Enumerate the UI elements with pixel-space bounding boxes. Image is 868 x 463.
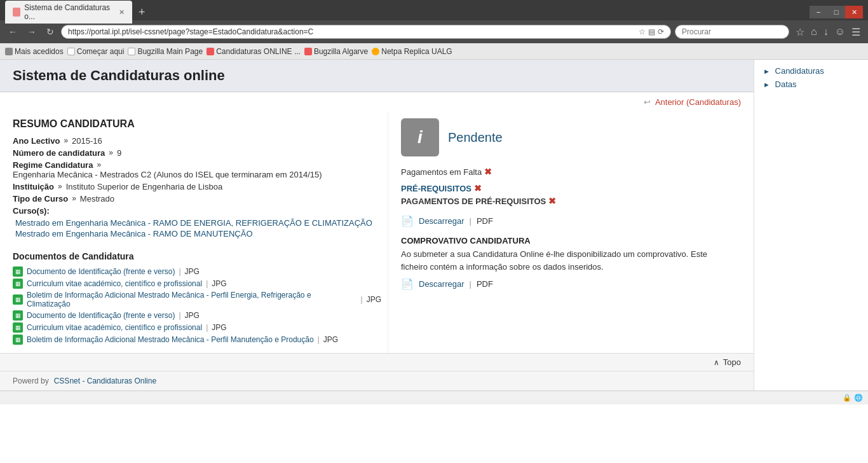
pdf-label-2: PDF (477, 279, 493, 289)
numero-row: Número de candidatura » 9 (13, 148, 381, 158)
menu-icon[interactable]: ☰ (849, 25, 863, 39)
cursos-label: Curso(s): (13, 206, 50, 216)
browser-status-bar: 🔒 🌐 (0, 390, 868, 404)
bk-label-3: Bugzilla Main Page (137, 47, 203, 56)
status-icon-char: i (417, 127, 423, 148)
course-link-1[interactable]: Mestrado em Engenharia Mecânica - RAMO D… (15, 218, 381, 228)
doc-link-4[interactable]: Documento de Identificação (frente e ver… (27, 311, 175, 320)
back-link[interactable]: ↩ Anterior (Candidaturas) (644, 97, 741, 107)
prereq-link[interactable]: PRÉ-REQUISITOS (401, 184, 471, 193)
refresh-icon: ⟳ (658, 27, 664, 36)
new-tab-button[interactable]: + (135, 6, 149, 19)
browser-icon: 🌐 (854, 394, 863, 402)
regime-row: Regime Candidatura » Engenharia Mecânica… (13, 160, 381, 179)
minimize-button[interactable]: − (810, 6, 827, 18)
bookmark-comecar[interactable]: Começar aqui (67, 47, 125, 56)
doc-link-6[interactable]: Boletim de Informação Adicional Mestrado… (27, 335, 314, 344)
right-column: i Pendente Pagamentos em Falta ✖ PRÉ-REQ… (388, 112, 747, 353)
doc-row-6: ▦ Boletim de Informação Adicional Mestra… (13, 335, 381, 345)
breadcrumb-bar: ↩ Anterior (Candidaturas) (0, 92, 754, 112)
download-link-1[interactable]: Descarregar (419, 216, 465, 226)
doc-link-1[interactable]: Documento de Identificação (frente e ver… (27, 267, 175, 276)
close-button[interactable]: ✕ (845, 6, 863, 18)
ano-value: 2015-16 (72, 136, 102, 146)
doc-link-2[interactable]: Curriculum vitae académico, científico e… (27, 279, 202, 288)
home-icon[interactable]: ⌂ (808, 25, 820, 39)
active-tab[interactable]: Sistema de Candidaturas o... ✕ (5, 1, 132, 24)
course-link-2[interactable]: Mestrado em Engenharia Mecânica - RAMO D… (15, 229, 381, 238)
bookmark-bugzilla-algarve[interactable]: Bugzilla Algarve (304, 47, 368, 56)
toolbar-icons: ☆ ⌂ ↓ ☺ ☰ (793, 25, 863, 39)
window-controls: − □ ✕ (810, 6, 863, 18)
powered-by-label: Powerd by (13, 377, 49, 385)
bookmark-bugzilla[interactable]: Bugzilla Main Page (128, 47, 203, 56)
bk-favicon-3 (128, 48, 135, 55)
maximize-button[interactable]: □ (827, 6, 845, 18)
bk-favicon-2 (67, 48, 75, 55)
url-text: https://portal.ipl.pt/isel-cssnet/page?s… (68, 27, 639, 36)
tipo-label: Tipo de Curso (13, 194, 68, 204)
ano-row: Ano Lectivo » 2015-16 (13, 136, 381, 146)
instituicao-label: Instituição (13, 182, 54, 191)
sidebar-link-datas[interactable]: Datas (775, 79, 797, 89)
bk-label-1: Mais acedidos (15, 47, 64, 56)
status-icon-box: i (401, 118, 439, 156)
back-link-label: Anterior (Candidaturas) (655, 97, 741, 107)
bk-label-5: Bugzilla Algarve (314, 47, 368, 56)
doc-type-4: JPG (185, 311, 200, 320)
pdf-label-1: PDF (477, 216, 493, 226)
doc-icon-3: ▦ (13, 294, 23, 305)
prereq-row: PRÉ-REQUISITOS ✖ (401, 183, 735, 193)
ano-label: Ano Lectivo (13, 136, 60, 146)
download-link-2[interactable]: Descarregar (419, 279, 465, 289)
doc-link-5[interactable]: Curriculum vitae académico, científico e… (27, 323, 202, 332)
comprovativo-text: Ao submeter a sua Candidatura Online é-l… (401, 248, 735, 273)
resumo-title: RESUMO CANDIDATURA (13, 118, 381, 130)
footer-link[interactable]: CSSnet - Candidaturas Online (54, 377, 156, 385)
bookmark-netpa[interactable]: Netpa Replica UALG (372, 47, 452, 56)
profile-icon[interactable]: ☺ (832, 25, 848, 39)
bk-label-2: Começar aqui (77, 47, 125, 56)
sidebar-item-candidaturas[interactable]: ► Candidaturas (763, 66, 859, 76)
back-button[interactable]: ← (5, 25, 20, 38)
page-header: Sistema de Candidaturas online (0, 60, 754, 92)
tipo-value: Mestrado (80, 194, 114, 204)
doc-icon-4: ▦ (13, 310, 23, 321)
sidebar-item-datas[interactable]: ► Datas (763, 79, 859, 89)
reload-button[interactable]: ↻ (43, 25, 57, 38)
sidebar: ► Candidaturas ► Datas (754, 60, 868, 390)
sidebar-link-candidaturas[interactable]: Candidaturas (775, 66, 824, 76)
back-arrow-icon: ↩ (644, 97, 651, 107)
bk-label-4: Candidaturas ONLINE ... (216, 47, 301, 56)
instituicao-row: Instituição » Instituto Superior de Enge… (13, 182, 381, 191)
pdf-icon-2: 📄 (401, 278, 414, 290)
bookmarks-bar: Mais acedidos Começar aqui Bugzilla Main… (0, 43, 868, 60)
tipo-row: Tipo de Curso » Mestrado (13, 194, 381, 204)
reader-icon: ▤ (648, 27, 655, 36)
status-box: i Pendente (401, 118, 735, 156)
instituicao-value: Instituto Superior de Engenharia de Lisb… (66, 182, 222, 191)
courses-list: Mestrado em Engenharia Mecânica - RAMO D… (13, 218, 381, 238)
doc-link-3[interactable]: Boletim de Informação Adicional Mestrado… (27, 291, 357, 308)
forward-button[interactable]: → (24, 25, 39, 38)
doc-type-3: JPG (367, 295, 381, 304)
tab-label: Sistema de Candidaturas o... (24, 3, 111, 21)
regime-arrow: » (97, 160, 101, 170)
pdf-row-2: 📄 Descarregar | PDF (401, 278, 735, 290)
pagamentos-x-mark: ✖ (548, 196, 556, 206)
search-input[interactable] (675, 25, 789, 39)
regime-label: Regime Candidatura (13, 160, 93, 170)
topo-link[interactable]: Topo (723, 357, 741, 367)
bookmark-mais-acedidos[interactable]: Mais acedidos (5, 47, 64, 56)
doc-row-5: ▦ Curriculum vitae académico, científico… (13, 322, 381, 333)
tab-close-button[interactable]: ✕ (119, 8, 125, 17)
download-icon[interactable]: ↓ (821, 25, 831, 39)
ano-arrow: » (64, 136, 68, 146)
address-bar[interactable]: https://portal.ipl.pt/isel-cssnet/page?s… (61, 25, 671, 39)
documentos-section: Documentos de Candidatura ▦ Documento de… (13, 251, 381, 345)
pdf-row-1: 📄 Descarregar | PDF (401, 215, 735, 227)
bookmark-candidaturas[interactable]: Candidaturas ONLINE ... (207, 47, 301, 56)
numero-value: 9 (117, 148, 121, 158)
star-icon[interactable]: ☆ (793, 25, 807, 39)
security-icon: 🔒 (843, 394, 851, 402)
